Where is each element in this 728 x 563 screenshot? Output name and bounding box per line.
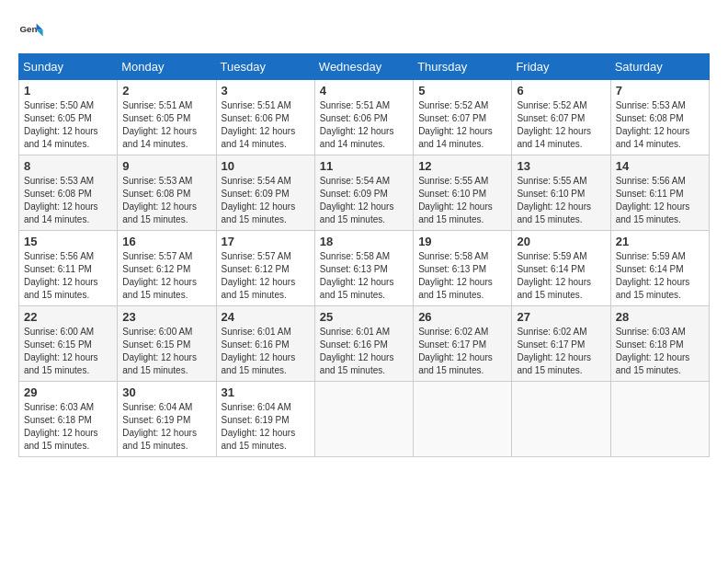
logo-icon: Gen — [18, 18, 44, 44]
day-number: 27 — [517, 310, 605, 324]
day-info: Sunrise: 6:00 AMSunset: 6:15 PMDaylight:… — [122, 327, 197, 375]
day-number: 5 — [418, 84, 506, 98]
calendar-cell: 4 Sunrise: 5:51 AMSunset: 6:06 PMDayligh… — [314, 80, 413, 155]
day-info: Sunrise: 6:04 AMSunset: 6:19 PMDaylight:… — [222, 402, 296, 451]
day-info: Sunrise: 6:03 AMSunset: 6:18 PMDaylight:… — [616, 327, 690, 375]
day-number: 15 — [24, 235, 112, 248]
day-info: Sunrise: 5:57 AMSunset: 6:12 PMDaylight:… — [122, 251, 197, 300]
day-info: Sunrise: 5:55 AMSunset: 6:10 PMDaylight:… — [418, 176, 493, 224]
day-number: 2 — [122, 84, 210, 98]
header-saturday: Saturday — [610, 54, 709, 80]
day-info: Sunrise: 6:03 AMSunset: 6:18 PMDaylight:… — [24, 402, 98, 451]
calendar-cell — [314, 382, 413, 457]
day-info: Sunrise: 5:57 AMSunset: 6:12 PMDaylight:… — [222, 251, 296, 300]
calendar-cell: 27 Sunrise: 6:02 AMSunset: 6:17 PMDaylig… — [512, 306, 610, 382]
day-number: 25 — [320, 310, 408, 324]
day-info: Sunrise: 6:01 AMSunset: 6:16 PMDaylight:… — [222, 327, 296, 375]
day-number: 20 — [517, 235, 605, 248]
calendar-week-1: 1 Sunrise: 5:50 AMSunset: 6:05 PMDayligh… — [19, 80, 710, 155]
day-info: Sunrise: 5:55 AMSunset: 6:10 PMDaylight:… — [517, 176, 591, 224]
day-number: 10 — [222, 159, 310, 173]
calendar-cell: 18 Sunrise: 5:58 AMSunset: 6:13 PMDaylig… — [314, 231, 413, 306]
calendar-cell: 28 Sunrise: 6:03 AMSunset: 6:18 PMDaylig… — [610, 306, 709, 382]
day-number: 28 — [616, 310, 704, 324]
calendar-cell: 24 Sunrise: 6:01 AMSunset: 6:16 PMDaylig… — [216, 306, 314, 382]
day-info: Sunrise: 6:01 AMSunset: 6:16 PMDaylight:… — [320, 327, 394, 375]
day-number: 4 — [320, 84, 408, 98]
day-info: Sunrise: 5:59 AMSunset: 6:14 PMDaylight:… — [517, 251, 591, 300]
day-info: Sunrise: 5:54 AMSunset: 6:09 PMDaylight:… — [222, 176, 296, 224]
calendar-cell: 21 Sunrise: 5:59 AMSunset: 6:14 PMDaylig… — [610, 231, 709, 306]
page-header: Gen — [18, 18, 710, 44]
calendar-cell: 7 Sunrise: 5:53 AMSunset: 6:08 PMDayligh… — [610, 80, 709, 155]
day-info: Sunrise: 6:02 AMSunset: 6:17 PMDaylight:… — [517, 327, 591, 375]
day-info: Sunrise: 6:02 AMSunset: 6:17 PMDaylight:… — [418, 327, 493, 375]
calendar-cell: 13 Sunrise: 5:55 AMSunset: 6:10 PMDaylig… — [512, 155, 610, 231]
calendar-cell: 11 Sunrise: 5:54 AMSunset: 6:09 PMDaylig… — [314, 155, 413, 231]
calendar-cell: 3 Sunrise: 5:51 AMSunset: 6:06 PMDayligh… — [216, 80, 314, 155]
calendar-cell — [512, 382, 610, 457]
day-number: 3 — [222, 84, 310, 98]
calendar-cell: 12 Sunrise: 5:55 AMSunset: 6:10 PMDaylig… — [414, 155, 512, 231]
calendar-cell: 20 Sunrise: 5:59 AMSunset: 6:14 PMDaylig… — [512, 231, 610, 306]
calendar-cell: 2 Sunrise: 5:51 AMSunset: 6:05 PMDayligh… — [118, 80, 216, 155]
day-number: 6 — [517, 84, 605, 98]
header-monday: Monday — [118, 54, 216, 80]
calendar-cell — [610, 382, 709, 457]
calendar-cell: 6 Sunrise: 5:52 AMSunset: 6:07 PMDayligh… — [512, 80, 610, 155]
svg-marker-1 — [37, 24, 43, 30]
day-number: 30 — [122, 385, 210, 399]
day-number: 31 — [222, 385, 310, 399]
day-number: 18 — [320, 235, 408, 248]
day-info: Sunrise: 5:52 AMSunset: 6:07 PMDaylight:… — [418, 100, 493, 149]
calendar-cell: 26 Sunrise: 6:02 AMSunset: 6:17 PMDaylig… — [414, 306, 512, 382]
calendar-cell: 25 Sunrise: 6:01 AMSunset: 6:16 PMDaylig… — [314, 306, 413, 382]
calendar-cell: 31 Sunrise: 6:04 AMSunset: 6:19 PMDaylig… — [216, 382, 314, 457]
day-info: Sunrise: 6:00 AMSunset: 6:15 PMDaylight:… — [24, 327, 98, 375]
day-number: 14 — [616, 159, 704, 173]
calendar-week-2: 8 Sunrise: 5:53 AMSunset: 6:08 PMDayligh… — [19, 155, 710, 231]
header-friday: Friday — [512, 54, 610, 80]
day-info: Sunrise: 5:53 AMSunset: 6:08 PMDaylight:… — [616, 100, 690, 149]
day-number: 26 — [418, 310, 506, 324]
day-number: 13 — [517, 159, 605, 173]
calendar-cell: 29 Sunrise: 6:03 AMSunset: 6:18 PMDaylig… — [19, 382, 118, 457]
day-number: 7 — [616, 84, 704, 98]
day-number: 11 — [320, 159, 408, 173]
calendar-cell — [414, 382, 512, 457]
day-info: Sunrise: 5:51 AMSunset: 6:06 PMDaylight:… — [222, 100, 296, 149]
logo: Gen — [18, 18, 48, 44]
day-number: 29 — [24, 385, 112, 399]
header-tuesday: Tuesday — [216, 54, 314, 80]
day-info: Sunrise: 5:53 AMSunset: 6:08 PMDaylight:… — [122, 176, 197, 224]
day-number: 19 — [418, 235, 506, 248]
calendar-cell: 16 Sunrise: 5:57 AMSunset: 6:12 PMDaylig… — [118, 231, 216, 306]
calendar-week-3: 15 Sunrise: 5:56 AMSunset: 6:11 PMDaylig… — [19, 231, 710, 306]
day-number: 24 — [222, 310, 310, 324]
calendar-cell: 5 Sunrise: 5:52 AMSunset: 6:07 PMDayligh… — [414, 80, 512, 155]
header-thursday: Thursday — [414, 54, 512, 80]
calendar-cell: 9 Sunrise: 5:53 AMSunset: 6:08 PMDayligh… — [118, 155, 216, 231]
day-info: Sunrise: 5:52 AMSunset: 6:07 PMDaylight:… — [517, 100, 591, 149]
day-number: 12 — [418, 159, 506, 173]
calendar-cell: 23 Sunrise: 6:00 AMSunset: 6:15 PMDaylig… — [118, 306, 216, 382]
day-number: 8 — [24, 159, 112, 173]
calendar-cell: 30 Sunrise: 6:04 AMSunset: 6:19 PMDaylig… — [118, 382, 216, 457]
calendar-cell: 19 Sunrise: 5:58 AMSunset: 6:13 PMDaylig… — [414, 231, 512, 306]
calendar-cell: 15 Sunrise: 5:56 AMSunset: 6:11 PMDaylig… — [19, 231, 118, 306]
day-number: 16 — [122, 235, 210, 248]
day-info: Sunrise: 5:58 AMSunset: 6:13 PMDaylight:… — [418, 251, 493, 300]
day-info: Sunrise: 5:59 AMSunset: 6:14 PMDaylight:… — [616, 251, 690, 300]
header-sunday: Sunday — [19, 54, 118, 80]
calendar-cell: 14 Sunrise: 5:56 AMSunset: 6:11 PMDaylig… — [610, 155, 709, 231]
day-info: Sunrise: 5:56 AMSunset: 6:11 PMDaylight:… — [24, 251, 98, 300]
calendar-cell: 22 Sunrise: 6:00 AMSunset: 6:15 PMDaylig… — [19, 306, 118, 382]
calendar-cell: 17 Sunrise: 5:57 AMSunset: 6:12 PMDaylig… — [216, 231, 314, 306]
svg-text:Gen: Gen — [19, 24, 37, 34]
day-info: Sunrise: 5:53 AMSunset: 6:08 PMDaylight:… — [24, 176, 98, 224]
day-info: Sunrise: 5:51 AMSunset: 6:05 PMDaylight:… — [122, 100, 197, 149]
day-info: Sunrise: 5:58 AMSunset: 6:13 PMDaylight:… — [320, 251, 394, 300]
calendar-cell: 8 Sunrise: 5:53 AMSunset: 6:08 PMDayligh… — [19, 155, 118, 231]
calendar-week-5: 29 Sunrise: 6:03 AMSunset: 6:18 PMDaylig… — [19, 382, 710, 457]
day-number: 9 — [122, 159, 210, 173]
